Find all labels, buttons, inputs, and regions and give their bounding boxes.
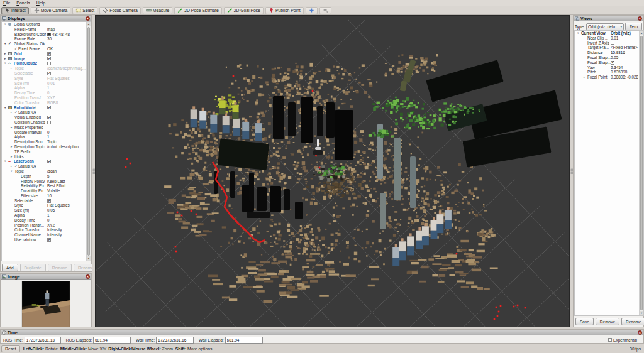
wall-elapsed-input[interactable] (225, 337, 263, 344)
property-value[interactable]: 1 (47, 134, 86, 139)
property-value[interactable]: Topic (47, 139, 86, 144)
checkbox-checked[interactable] (47, 199, 51, 203)
property-value[interactable]: 0.05 (611, 55, 638, 60)
measure-tool-button[interactable]: Measure (143, 7, 172, 14)
tree-row[interactable]: Distance15.9316 (575, 50, 643, 55)
rename-button[interactable]: Rename (621, 318, 644, 325)
tree-row[interactable]: Size (m)0.05 (2, 208, 91, 213)
property-value[interactable]: Flat Squares (47, 203, 86, 208)
checkbox-unchecked[interactable] (47, 121, 51, 124)
checkbox-checked[interactable] (47, 52, 51, 56)
reset-button[interactable]: Reset (1, 345, 20, 352)
tree-row[interactable]: Selectable (2, 198, 91, 204)
2d-goal-pose-tool-button[interactable]: 2D Goal Pose (224, 7, 264, 14)
menu-help[interactable]: Help (33, 0, 48, 6)
tree-row[interactable]: Update Interval0 (2, 130, 91, 135)
property-value[interactable]: XYZ (47, 223, 86, 228)
property-value[interactable]: 0.01 (47, 81, 86, 86)
property-value[interactable]: intensity (47, 232, 86, 237)
property-value[interactable] (47, 22, 86, 27)
focus-camera-tool-button[interactable]: Focus Camera (99, 7, 141, 14)
interact-tool-button[interactable]: Interact (1, 7, 29, 14)
tree-row[interactable]: Durability Po...Volatile (2, 188, 91, 193)
close-icon[interactable] (638, 16, 642, 21)
tree-row[interactable]: ✓Fixed FrameOK (2, 46, 91, 52)
tree-row[interactable]: Pitch0.635398 (575, 70, 643, 75)
tree-row[interactable]: ▸✓Status: Ok (2, 110, 91, 115)
displays-panel-header[interactable]: Displays (1, 16, 91, 21)
tree-row[interactable]: ▾✓Global Status: Ok (2, 41, 91, 46)
menu-file[interactable]: File (0, 0, 13, 6)
property-value[interactable] (47, 106, 86, 111)
property-value[interactable]: 48; 48; 48 (47, 32, 86, 37)
close-icon[interactable] (638, 330, 642, 335)
property-value[interactable]: 0 (47, 90, 86, 95)
property-value[interactable] (47, 125, 86, 130)
remove-button[interactable]: Remove (596, 318, 619, 325)
time-panel-header[interactable]: Time (1, 330, 643, 335)
tree-row[interactable]: Background Color48; 48; 48 (2, 32, 91, 37)
close-icon[interactable] (86, 274, 90, 279)
property-value[interactable]: /scan (47, 169, 86, 174)
tree-row[interactable]: Yaw2.3454 (575, 65, 643, 70)
tree-row[interactable]: Selectable (2, 71, 91, 76)
tree-row[interactable]: ▸✓Status: Ok (2, 164, 91, 169)
property-value[interactable] (47, 115, 86, 120)
property-value[interactable]: XYZ (47, 95, 86, 100)
ros-elapsed-input[interactable] (93, 337, 131, 344)
property-value[interactable]: 1 (47, 85, 86, 90)
scroll-down-icon[interactable]: ▼ (87, 256, 91, 261)
menu-panels[interactable]: Panels (13, 0, 33, 6)
tree-row[interactable]: Channel Nameintensity (2, 232, 91, 237)
tree-row[interactable]: Frame Rate30 (2, 36, 91, 41)
property-value[interactable]: 0 (47, 130, 86, 135)
property-value[interactable]: 10 (47, 193, 86, 198)
tree-row[interactable]: Use rainbow (2, 237, 91, 242)
tree-row[interactable]: ▾Current ViewOrbit (rviz) (575, 31, 643, 36)
tree-row[interactable]: Position Transf...XYZ (2, 95, 91, 100)
property-value[interactable] (47, 198, 86, 204)
select-tool-button[interactable]: Select (72, 7, 97, 14)
tree-row[interactable]: Position Transf...XYZ (2, 223, 91, 228)
tree-row[interactable]: Alpha1 (2, 213, 91, 218)
tree-row[interactable]: Visual Enabled (2, 115, 91, 120)
property-value[interactable] (611, 41, 638, 46)
tree-row[interactable]: Size (m)0.01 (2, 81, 91, 86)
property-value[interactable]: RGB8 (47, 100, 86, 106)
tree-row[interactable]: History PolicyKeep Last (2, 179, 91, 184)
render-viewport[interactable] (95, 15, 570, 327)
save-button[interactable]: Save (575, 318, 594, 325)
property-value[interactable] (47, 52, 86, 57)
publish-point-tool-button[interactable]: Publish Point (265, 7, 304, 14)
tree-row[interactable]: ▸Grid (2, 52, 91, 57)
property-value[interactable] (47, 61, 86, 66)
tree-row[interactable]: ▾Topic/scan (2, 169, 91, 174)
close-icon[interactable] (86, 16, 90, 21)
tree-row[interactable]: Target Fra...<Fixed Frame> (575, 45, 643, 50)
property-value[interactable]: <Fixed Frame> (611, 45, 638, 50)
tree-row[interactable]: Depth5 (2, 174, 91, 179)
property-value[interactable] (47, 164, 86, 169)
checkbox-checked[interactable] (47, 160, 51, 163)
2d-pose-estimate-tool-button[interactable]: 2D Pose Estimate (174, 7, 221, 14)
tree-row[interactable]: ▸Links (2, 155, 91, 160)
property-value[interactable] (47, 41, 86, 46)
property-value[interactable]: 0.01 (611, 36, 638, 41)
property-value[interactable] (47, 159, 86, 164)
property-value[interactable]: Volatile (47, 188, 86, 193)
tree-row[interactable]: Decay Time0 (2, 218, 91, 223)
tree-row[interactable]: Description Sou...Topic (2, 139, 91, 144)
checkbox-checked[interactable] (47, 57, 51, 60)
view-type-dropdown[interactable]: Orbit (rviz_defa ▾ (586, 23, 624, 30)
property-value[interactable] (47, 149, 86, 155)
scroll-down-icon[interactable]: ▼ (640, 311, 643, 315)
tree-row[interactable]: Alpha1 (2, 85, 91, 90)
tree-row[interactable]: Focal Shap... (575, 60, 643, 65)
property-value[interactable]: 0 (47, 218, 86, 223)
property-value[interactable]: Intensity (47, 227, 86, 232)
checkbox-checked[interactable] (47, 106, 51, 109)
remove-tool-button[interactable] (319, 7, 331, 14)
property-value[interactable]: 0.635398 (611, 70, 638, 75)
checkbox-unchecked[interactable] (611, 41, 614, 45)
tree-row[interactable]: Invert Z Axis (575, 41, 643, 46)
